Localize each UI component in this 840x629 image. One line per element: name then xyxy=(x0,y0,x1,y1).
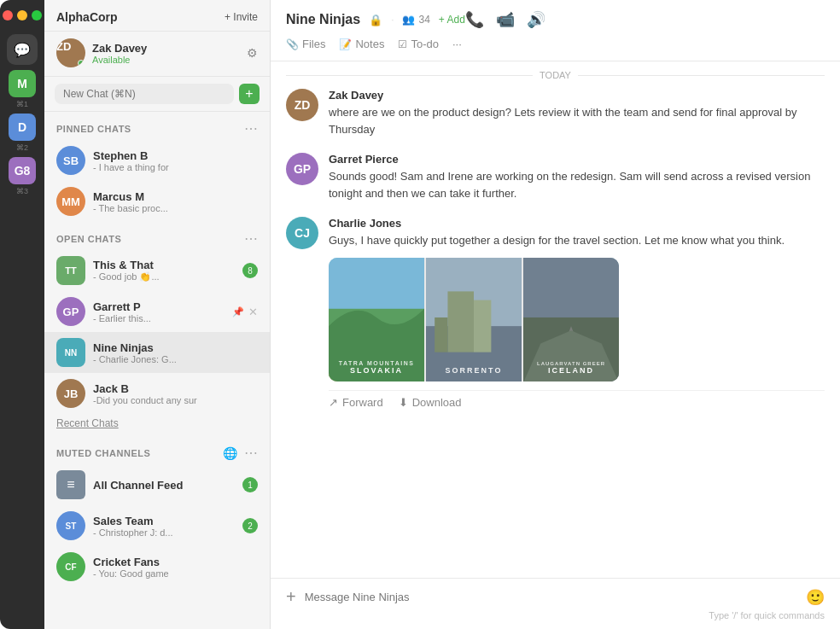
minimize-window-button[interactable] xyxy=(17,10,27,20)
list-item[interactable]: ST Sales Team - Christopher J: d... 2 xyxy=(44,505,270,546)
avatar: CJ xyxy=(286,217,318,249)
files-tab[interactable]: 📎 Files xyxy=(286,38,325,50)
pinned-chats-menu-icon[interactable]: ⋯ xyxy=(244,120,258,137)
avatar: ZD xyxy=(286,89,318,121)
d-workspace-button[interactable]: D ⌘2 xyxy=(9,114,36,152)
new-chat-button[interactable]: + xyxy=(239,84,260,104)
files-tab-label: Files xyxy=(302,38,325,50)
open-chats-menu-icon[interactable]: ⋯ xyxy=(244,230,258,247)
g-workspace-avatar: G 8 xyxy=(9,157,36,184)
more-tabs-button[interactable]: ··· xyxy=(452,38,462,50)
date-divider: TODAY xyxy=(286,70,825,80)
chat-header-top: Nine Ninjas 🔒 · 👥 34 + Add 📞 📹 🔊 xyxy=(286,10,545,29)
message-input-row: + 🙂 xyxy=(286,587,825,607)
chat-preview: -Did you conduct any sur xyxy=(93,395,258,405)
list-item[interactable]: ≡ All Channel Feed 1 xyxy=(44,464,270,505)
globe-icon: 🌐 xyxy=(223,446,237,460)
chat-info: This & That - Good job 👏... xyxy=(93,259,235,282)
group-avatar: CF xyxy=(56,552,85,581)
recent-chats-link[interactable]: Recent Chats xyxy=(44,414,270,436)
open-chats-section-header: OPEN CHATS ⋯ xyxy=(44,222,270,250)
message-actions: ↗ Forward ⬇ Download xyxy=(329,390,825,409)
chat-name: Stephen B xyxy=(93,149,258,162)
chat-info: Nine Ninjas - Charlie Jones: G... xyxy=(93,341,258,364)
message: ZD Zak Davey where are we on the product… xyxy=(286,89,825,137)
workspace-header: AlphaCorp + Invite xyxy=(44,0,270,32)
svg-rect-5 xyxy=(447,291,474,352)
chat-name: Cricket Fans xyxy=(93,556,258,568)
image-panel-1: TATRA MOUNTAINS SLOVAKIA xyxy=(329,258,424,381)
search-input[interactable] xyxy=(55,84,234,104)
close-window-button[interactable] xyxy=(3,10,13,20)
svg-rect-7 xyxy=(435,317,447,352)
chat-preview: - The basic proc... xyxy=(93,203,258,213)
list-item[interactable]: CF Cricket Fans - You: Good game xyxy=(44,546,270,587)
m-workspace-button[interactable]: M ⌘1 xyxy=(9,70,36,108)
avatar-initials: ZD xyxy=(56,40,71,53)
message-input[interactable] xyxy=(305,591,797,603)
muted-channels-menu-icon[interactable]: ⋯ xyxy=(244,445,258,461)
user-status: Available xyxy=(92,55,240,65)
list-item[interactable]: MM Marcus M - The basic proc... xyxy=(44,181,270,222)
search-wrap: + xyxy=(44,77,270,112)
member-info: 👥 34 xyxy=(402,14,429,26)
d-workspace-label: ⌘2 xyxy=(16,143,28,152)
forward-button[interactable]: ↗ Forward xyxy=(329,396,383,409)
user-info: Zak Davey Available xyxy=(92,42,240,65)
chat-icon: 💬 xyxy=(14,42,31,58)
muted-channels-title: MUTED CHANNELS xyxy=(56,448,150,458)
list-item[interactable]: NN Nine Ninjas - Charlie Jones: G... xyxy=(44,332,270,373)
chat-header-actions: 📞 📹 🔊 xyxy=(465,10,545,29)
avatar: GP xyxy=(56,297,85,326)
close-icon[interactable]: ✕ xyxy=(248,306,258,318)
more-icon: ··· xyxy=(452,38,462,50)
add-members-link[interactable]: + Add xyxy=(439,14,465,26)
chat-name: Sales Team xyxy=(93,515,235,527)
item-actions: 📌 ✕ xyxy=(232,306,258,318)
avatar: GP xyxy=(286,153,318,185)
add-attachment-button[interactable]: + xyxy=(286,587,296,607)
list-item[interactable]: GP Garrett P - Earlier this... 📌 ✕ xyxy=(44,291,270,332)
icon-bar: 💬 M ⌘1 D ⌘2 G 8 ⌘3 xyxy=(0,0,44,629)
group-avatar: NN xyxy=(56,338,85,367)
user-row: ZD Zak Davey Available ⚙ xyxy=(44,32,270,77)
group-avatar: ST xyxy=(56,511,85,540)
g-workspace-button[interactable]: G 8 ⌘3 xyxy=(9,157,36,195)
group-avatar: ≡ xyxy=(56,470,85,499)
chat-name: This & That xyxy=(93,259,235,271)
unread-badge: 8 xyxy=(242,263,258,278)
todo-tab-label: To-do xyxy=(411,38,439,50)
notes-tab-icon: 📝 xyxy=(339,38,352,50)
lock-icon: 🔒 xyxy=(369,14,382,26)
chat-preview: - Earlier this... xyxy=(93,313,225,323)
avatar: SB xyxy=(56,146,85,175)
notes-tab[interactable]: 📝 Notes xyxy=(339,38,384,50)
image-attachment: TATRA MOUNTAINS SLOVAKIA xyxy=(329,258,619,381)
audio-button[interactable]: 🔊 xyxy=(527,10,545,29)
unread-badge: 2 xyxy=(242,518,258,533)
invite-button[interactable]: + Invite xyxy=(225,11,258,23)
image-panels: TATRA MOUNTAINS SLOVAKIA xyxy=(329,258,619,381)
todo-tab[interactable]: ☑ To-do xyxy=(398,38,439,50)
chat-info: Jack B -Did you conduct any sur xyxy=(93,382,258,405)
messages-area: TODAY ZD Zak Davey where are we on the p… xyxy=(271,61,840,578)
download-label: Download xyxy=(412,396,462,409)
chat-nav-button[interactable]: 💬 xyxy=(7,34,38,65)
online-indicator xyxy=(78,60,85,67)
chat-title-row: Nine Ninjas 🔒 · 👥 34 + Add xyxy=(286,12,465,27)
emoji-button[interactable]: 🙂 xyxy=(806,588,825,607)
settings-icon[interactable]: ⚙ xyxy=(247,46,258,60)
pinned-chats-title: PINNED CHATS xyxy=(56,124,131,134)
voice-call-button[interactable]: 📞 xyxy=(465,10,484,29)
user-name: Zak Davey xyxy=(92,42,240,55)
g-workspace-label: ⌘3 xyxy=(16,187,28,195)
chat-preview: - I have a thing for xyxy=(93,162,258,172)
maximize-window-button[interactable] xyxy=(32,10,42,20)
video-call-button[interactable]: 📹 xyxy=(496,10,515,29)
download-button[interactable]: ⬇ Download xyxy=(399,396,462,409)
unread-badge: 1 xyxy=(242,477,258,492)
list-item[interactable]: TT This & That - Good job 👏... 8 xyxy=(44,250,270,291)
list-item[interactable]: JB Jack B -Did you conduct any sur xyxy=(44,373,270,414)
list-item[interactable]: SB Stephen B - I have a thing for xyxy=(44,140,270,181)
workspace-name: AlphaCorp xyxy=(56,10,118,24)
